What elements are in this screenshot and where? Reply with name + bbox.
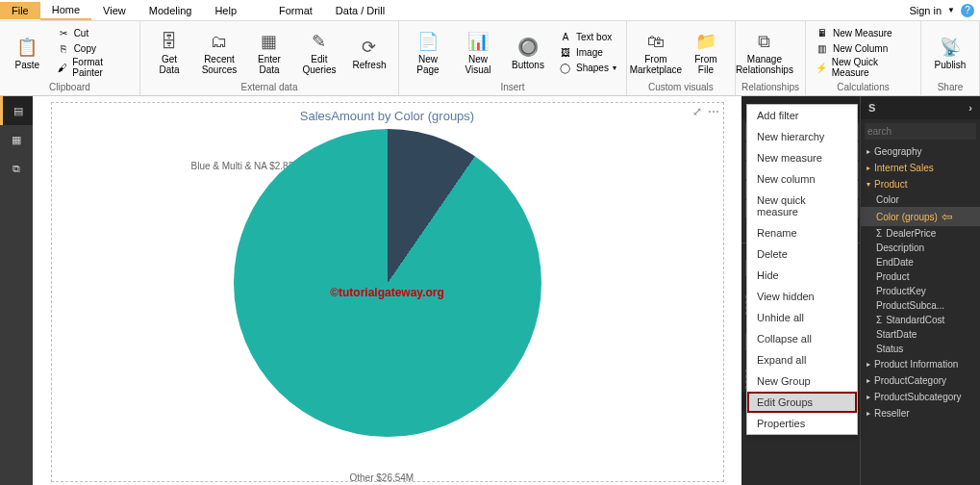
table-productsubcategory[interactable]: ▸ProductSubcategory <box>861 389 980 405</box>
measure-icon: 🖩 <box>816 26 829 39</box>
ctx-collapse-all[interactable]: Collapse all <box>747 328 857 349</box>
chart-title: SalesAmount by Color (groups) <box>52 103 723 129</box>
help-icon[interactable]: ? <box>961 4 974 17</box>
copy-icon: ⎘ <box>57 41 70 55</box>
brush-icon: 🖌 <box>57 61 69 74</box>
more-options-icon[interactable]: ⋯ <box>708 105 719 118</box>
chevron-down-icon[interactable]: ▼ <box>947 6 955 14</box>
visual-header-actions: ⤢ ⋯ <box>692 105 719 118</box>
ctx-unhide-all[interactable]: Unhide all <box>747 307 857 328</box>
field-color-groups[interactable]: Color (groups)⇦ <box>861 207 980 226</box>
ctx-new-column[interactable]: New column <box>747 168 857 190</box>
new-page-button[interactable]: 📄New Page <box>405 27 451 77</box>
pie-chart-visual[interactable]: ⤢ ⋯ SalesAmount by Color (groups) Blue &… <box>51 102 724 482</box>
field-status[interactable]: Status <box>861 342 980 356</box>
editqueries-icon: ✎ <box>307 29 332 54</box>
copy-button[interactable]: ⎘Copy <box>53 40 134 56</box>
pie-slices[interactable] <box>234 129 541 437</box>
menu-tabs: File Home View Modeling Help Format Data… <box>0 0 980 21</box>
tab-view[interactable]: View <box>91 2 138 19</box>
search-input[interactable] <box>865 123 976 140</box>
tab-file[interactable]: File <box>0 2 40 19</box>
buttons-button[interactable]: 🔘Buttons <box>505 33 551 72</box>
table-reseller[interactable]: ▸Reseller <box>861 405 980 421</box>
table-internet-sales[interactable]: ▸Internet Sales <box>861 160 980 176</box>
ctx-edit-groups[interactable]: Edit Groups <box>747 392 857 413</box>
field-description[interactable]: Description <box>861 241 980 255</box>
group-clipboard-label: Clipboard <box>6 81 134 93</box>
enter-data-button[interactable]: ▦Enter Data <box>246 27 292 77</box>
ctx-add-filter[interactable]: Add filter <box>747 105 857 126</box>
get-data-button[interactable]: 🗄Get Data <box>146 27 192 77</box>
new-visual-button[interactable]: 📊New Visual <box>455 27 501 77</box>
tab-home[interactable]: Home <box>40 1 91 20</box>
field-dealerprice[interactable]: Σ DealerPrice <box>861 226 980 241</box>
edit-queries-button[interactable]: ✎Edit Queries <box>296 27 342 77</box>
tab-help[interactable]: Help <box>203 2 248 19</box>
refresh-button[interactable]: ⟳Refresh <box>346 33 392 72</box>
recent-sources-button[interactable]: 🗂Recent Sources <box>196 27 242 77</box>
data-label-2: Other $26.54M <box>350 472 415 483</box>
ctx-expand-all[interactable]: Expand all <box>747 349 857 370</box>
focus-mode-icon[interactable]: ⤢ <box>692 105 702 118</box>
group-custom-label: Custom visuals <box>633 81 729 93</box>
newpage-icon: 📄 <box>415 29 440 54</box>
tab-format[interactable]: Format <box>267 2 324 19</box>
ctx-new-measure[interactable]: New measure <box>747 147 857 168</box>
field-enddate[interactable]: EndDate <box>861 255 980 269</box>
ctx-delete[interactable]: Delete <box>747 243 857 265</box>
field-product[interactable]: Product <box>861 269 980 284</box>
cut-button[interactable]: ✂Cut <box>53 25 134 40</box>
field-productsubca[interactable]: ProductSubca... <box>861 298 980 313</box>
ctx-new-quick-measure[interactable]: New quick measure <box>747 190 857 222</box>
publish-button[interactable]: 📡Publish <box>927 33 973 72</box>
manage-relationships-button[interactable]: ⧉Manage Relationships <box>741 27 788 77</box>
ctx-new-group[interactable]: New Group <box>747 370 857 392</box>
relationships-icon: ⧉ <box>752 29 777 54</box>
paste-button[interactable]: 📋Paste <box>6 33 49 72</box>
fields-header[interactable]: S› <box>861 96 980 119</box>
tab-datadrill[interactable]: Data / Drill <box>324 2 396 19</box>
model-view-button[interactable]: ⧉ <box>0 154 33 183</box>
ctx-properties[interactable]: Properties <box>747 413 857 434</box>
image-button[interactable]: 🖼Image <box>555 44 620 60</box>
table-geography[interactable]: ▸Geography <box>861 143 980 160</box>
fromfile-icon: 📁 <box>693 29 718 54</box>
shapes-button[interactable]: ◯Shapes▾ <box>555 60 620 75</box>
fields-panel: S› ▸Geography ▸Internet Sales ▾Product C… <box>861 96 980 485</box>
data-view-button[interactable]: ▦ <box>0 125 33 154</box>
textbox-button[interactable]: AText box <box>555 29 620 44</box>
getdata-icon: 🗄 <box>157 29 182 54</box>
new-measure-button[interactable]: 🖩New Measure <box>812 25 915 40</box>
new-quick-measure-button[interactable]: ⚡New Quick Measure <box>812 56 915 79</box>
chevron-right-icon[interactable]: › <box>968 102 972 114</box>
newvisual-icon: 📊 <box>465 29 490 54</box>
from-file-button[interactable]: 📁From File <box>683 27 729 77</box>
signin-link[interactable]: Sign in <box>909 5 942 16</box>
field-productkey[interactable]: ProductKey <box>861 284 980 298</box>
report-view-button[interactable]: ▤ <box>0 96 33 125</box>
group-extdata-label: External data <box>146 81 392 93</box>
ribbon: 📋Paste ✂Cut ⎘Copy 🖌Format Painter Clipbo… <box>0 21 980 96</box>
context-menu: Add filter New hierarchy New measure New… <box>746 104 858 435</box>
field-color[interactable]: Color <box>861 192 980 207</box>
table-product-information[interactable]: ▸Product Information <box>861 356 980 372</box>
table-product[interactable]: ▾Product <box>861 176 980 192</box>
tab-modeling[interactable]: Modeling <box>138 2 204 19</box>
ctx-rename[interactable]: Rename <box>747 222 857 243</box>
format-painter-button[interactable]: 🖌Format Painter <box>53 56 134 79</box>
buttons-icon: 🔘 <box>515 35 540 60</box>
report-canvas[interactable]: ⤢ ⋯ SalesAmount by Color (groups) Blue &… <box>33 96 741 485</box>
table-productcategory[interactable]: ▸ProductCategory <box>861 372 980 389</box>
textbox-icon: A <box>559 30 572 43</box>
left-nav: ▤ ▦ ⧉ <box>0 96 33 485</box>
field-startdate[interactable]: StartDate <box>861 327 980 342</box>
ctx-view-hidden[interactable]: View hidden <box>747 286 857 307</box>
watermark: ©tutorialgateway.org <box>330 286 444 299</box>
new-column-button[interactable]: ▥New Column <box>812 40 915 56</box>
field-standardcost[interactable]: Σ StandardCost <box>861 313 980 327</box>
ctx-hide[interactable]: Hide <box>747 265 857 286</box>
ctx-new-hierarchy[interactable]: New hierarchy <box>747 126 857 147</box>
group-share-label: Share <box>927 81 973 93</box>
from-marketplace-button[interactable]: 🛍From Marketplace <box>633 27 679 77</box>
